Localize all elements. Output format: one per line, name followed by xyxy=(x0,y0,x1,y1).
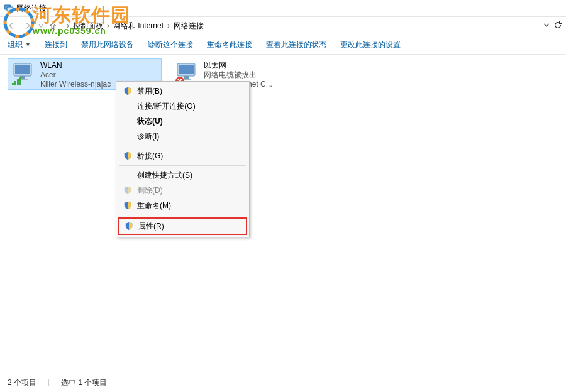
status-divider: | xyxy=(48,378,50,388)
menu-properties[interactable]: 属性(R) xyxy=(118,217,247,235)
toolbar-connect-to[interactable]: 连接到 xyxy=(45,40,67,50)
menu-label: 删除(D) xyxy=(137,185,163,196)
shield-icon xyxy=(122,151,133,160)
menu-label: 桥接(G) xyxy=(137,151,163,161)
toolbar-rename[interactable]: 重命名此连接 xyxy=(207,40,252,50)
breadcrumb-seg-network-connections[interactable]: 网络连接 xyxy=(174,21,204,31)
toolbar-label: 查看此连接的状态 xyxy=(266,40,326,50)
menu-connect-disconnect[interactable]: 连接/断开连接(O) xyxy=(118,99,247,114)
toolbar-label: 连接到 xyxy=(45,40,67,50)
menu-label: 重命名(M) xyxy=(137,200,171,211)
menu-disable[interactable]: 禁用(B) xyxy=(118,84,247,99)
menu-label: 诊断(I) xyxy=(137,131,159,142)
chevron-right-icon: › xyxy=(67,21,69,30)
chevron-right-icon: › xyxy=(107,21,109,30)
menu-separator xyxy=(119,165,246,166)
back-button[interactable] xyxy=(4,18,19,33)
menu-separator xyxy=(119,146,246,146)
window-title: 网络连接 xyxy=(16,3,47,14)
toolbar-label: 组织 xyxy=(8,40,23,50)
adapter-device: Killer Wireless-n|a|ac xyxy=(40,80,111,89)
chevron-down-icon: ▼ xyxy=(25,41,31,48)
address-bar: › 控制面板 › 网络和 Internet › 网络连接 xyxy=(0,17,566,35)
toolbar-label: 诊断这个连接 xyxy=(148,40,193,50)
address-dropdown-icon[interactable] xyxy=(543,21,550,30)
adapter-name: WLAN xyxy=(40,61,111,70)
signal-icon xyxy=(11,77,23,86)
forward-button[interactable] xyxy=(20,18,35,33)
network-icon xyxy=(4,3,14,13)
chevron-right-icon: › xyxy=(167,21,170,30)
toolbar-disable-device[interactable]: 禁用此网络设备 xyxy=(81,40,134,50)
shield-icon xyxy=(122,87,133,95)
adapter-status: 网络电缆被拔出 xyxy=(204,70,272,80)
menu-label: 创建快捷方式(S) xyxy=(137,170,192,181)
svg-rect-8 xyxy=(17,79,19,85)
svg-rect-3 xyxy=(15,65,30,74)
content-area: WLAN Acer Killer Wireless-n|a|ac 以太网 网络电… xyxy=(0,55,566,375)
menu-status[interactable]: 状态(U) xyxy=(118,114,247,129)
svg-rect-9 xyxy=(19,77,21,85)
menu-delete[interactable]: 删除(D) xyxy=(118,183,247,198)
toolbar-change-settings[interactable]: 更改此连接的设置 xyxy=(340,40,401,50)
menu-rename[interactable]: 重命名(M) xyxy=(118,198,247,213)
svg-rect-11 xyxy=(179,65,194,74)
refresh-button[interactable] xyxy=(553,21,562,31)
menu-label: 禁用(B) xyxy=(137,86,162,97)
menu-bridge[interactable]: 桥接(G) xyxy=(118,148,247,163)
adapter-status: Acer xyxy=(40,70,111,80)
toolbar-organize[interactable]: 组织 ▼ xyxy=(8,40,31,50)
status-item-count: 2 个项目 xyxy=(8,378,36,388)
svg-rect-1 xyxy=(7,7,13,11)
shield-icon xyxy=(122,201,133,210)
toolbar-view-status[interactable]: 查看此连接的状态 xyxy=(266,40,326,50)
menu-separator xyxy=(119,215,246,215)
monitor-icon xyxy=(11,61,36,86)
menu-label: 连接/断开连接(O) xyxy=(137,101,196,112)
menu-diagnose[interactable]: 诊断(I) xyxy=(118,129,247,144)
svg-rect-6 xyxy=(12,83,14,85)
menu-label: 状态(U) xyxy=(137,116,163,127)
toolbar-label: 重命名此连接 xyxy=(207,40,252,50)
up-button[interactable] xyxy=(47,19,59,32)
svg-rect-7 xyxy=(14,81,16,85)
breadcrumb-seg-network-internet[interactable]: 网络和 Internet xyxy=(113,21,164,31)
context-menu: 禁用(B) 连接/断开连接(O) 状态(U) 诊断(I) 桥接(G) 创建快捷方… xyxy=(116,81,250,237)
status-selected-count: 选中 1 个项目 xyxy=(61,378,107,388)
recent-dropdown[interactable] xyxy=(36,18,45,33)
breadcrumb-seg-control-panel[interactable]: 控制面板 xyxy=(73,21,103,31)
shield-icon xyxy=(123,222,135,231)
toolbar-diagnose[interactable]: 诊断这个连接 xyxy=(148,40,193,50)
menu-create-shortcut[interactable]: 创建快捷方式(S) xyxy=(118,168,247,183)
toolbar-label: 更改此连接的设置 xyxy=(340,40,401,50)
breadcrumb[interactable]: › 控制面板 › 网络和 Internet › 网络连接 xyxy=(63,19,541,33)
command-bar: 组织 ▼ 连接到 禁用此网络设备 诊断这个连接 重命名此连接 查看此连接的状态 … xyxy=(0,35,566,55)
shield-icon xyxy=(122,186,133,195)
menu-label: 属性(R) xyxy=(138,221,164,232)
window-titlebar: 网络连接 xyxy=(0,0,566,17)
status-bar: 2 个项目 | 选中 1 个项目 xyxy=(8,378,107,388)
toolbar-label: 禁用此网络设备 xyxy=(81,40,134,50)
adapter-name: 以太网 xyxy=(204,61,272,70)
